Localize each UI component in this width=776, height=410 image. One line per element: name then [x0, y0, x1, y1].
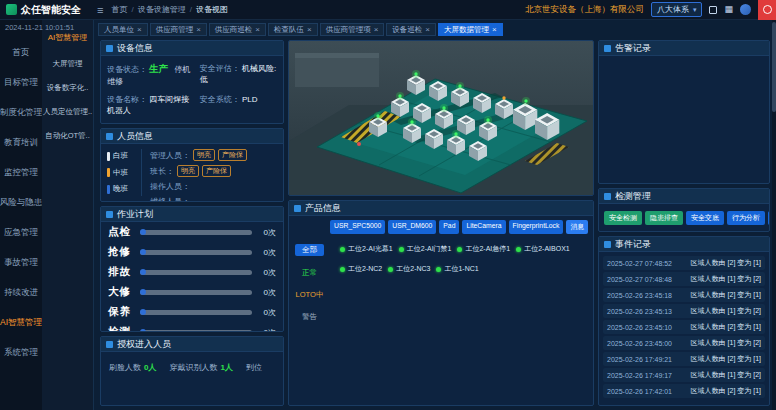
- app-logo-icon: [6, 4, 17, 15]
- breadcrumb: 首页 设备设施管理 设备视图: [111, 4, 227, 15]
- env-monitor-button[interactable]: 环境检测: [768, 211, 770, 225]
- device-item[interactable]: 工位2-AIBOX1: [516, 244, 570, 254]
- event-text: 区域人数由 [1] 变为 [2]: [691, 274, 761, 284]
- personnel-row-leader: 班长： 明亮 产险保: [150, 165, 277, 177]
- filter-warning[interactable]: 警告: [302, 312, 317, 322]
- tab-bigscreen-data[interactable]: 大屏数据管理: [438, 23, 503, 36]
- sidebar-item-ai-smart[interactable]: AI智慧管理: [0, 308, 42, 338]
- panel-header: 产品信息: [289, 201, 593, 216]
- system-select[interactable]: 八大体系: [651, 2, 703, 17]
- sidebar-item-home[interactable]: 首页: [0, 38, 42, 68]
- filter-loto[interactable]: LOTO中: [296, 290, 324, 300]
- close-tab-icon[interactable]: [255, 25, 260, 34]
- tab-bar: 人员单位 供应商管理 供应商巡检 检查队伍 供应商管理项 设备巡检 大屏数据管理: [98, 23, 503, 36]
- device-item[interactable]: 工位2-AI光幕1: [340, 244, 393, 254]
- hazard-check-button[interactable]: 隐患排查: [645, 211, 683, 225]
- status-dot-icon: [399, 247, 404, 252]
- close-tab-icon[interactable]: [425, 25, 430, 34]
- personnel-row-manager: 管理人员： 明亮 产险保: [150, 149, 277, 161]
- safety-brief-button[interactable]: 安全交底: [686, 211, 724, 225]
- sidebar-item-institution[interactable]: 制度化管理: [0, 98, 42, 128]
- event-row: 2025-02-26 17:49:17区域人数由 [1] 变为 [2]: [603, 368, 765, 382]
- fullscreen-icon[interactable]: [709, 6, 717, 14]
- panel-title: 检测管理: [615, 190, 651, 203]
- tab-device-inspect[interactable]: 设备巡检: [386, 23, 436, 36]
- sidebar-item-risk[interactable]: 风险与隐患: [0, 188, 42, 218]
- primary-sidebar: 首页 目标管理 制度化管理 教育培训 监控管理 风险与隐患 应急管理 事故管理 …: [0, 20, 42, 410]
- shift-middle[interactable]: 中班: [107, 168, 135, 178]
- device-label: 工位2-AI光幕1: [348, 244, 393, 254]
- close-tab-icon[interactable]: [137, 25, 142, 34]
- person-chip[interactable]: 明亮: [177, 165, 199, 177]
- device-btn-fingerprintlock[interactable]: FingerprintLock: [509, 220, 564, 234]
- plan-progress-bar: [140, 290, 252, 295]
- sidebar-item-improve[interactable]: 持续改进: [0, 278, 42, 308]
- panel-title: 事件记录: [615, 238, 651, 251]
- behavior-analysis-button[interactable]: 行为分析: [727, 211, 765, 225]
- close-tab-icon[interactable]: [307, 25, 312, 34]
- submenu-item-person-location[interactable]: 人员定位管理..: [42, 100, 93, 124]
- person-chip[interactable]: 产险保: [202, 165, 231, 177]
- device-btn-usr-spc5000[interactable]: USR_SPC5000: [330, 220, 385, 234]
- device-item[interactable]: 工位2-AI门禁1: [399, 244, 452, 254]
- plan-count: 0次: [258, 307, 276, 318]
- device-name-field: 设备名称： 四车间焊接机器人: [107, 94, 196, 116]
- event-time: 2025-02-26 23:45:10: [607, 324, 672, 331]
- plan-row: 保养 0次: [101, 302, 283, 322]
- apps-grid-icon[interactable]: ▦: [724, 5, 733, 14]
- breadcrumb-home[interactable]: 首页: [111, 4, 133, 15]
- sidebar-item-accident[interactable]: 事故管理: [0, 248, 42, 278]
- filter-normal[interactable]: 正常: [302, 268, 317, 278]
- tab-check-team[interactable]: 检查队伍: [268, 23, 318, 36]
- device-item[interactable]: 工位2-AI急停1: [457, 244, 510, 254]
- plan-label: 点检: [108, 225, 134, 239]
- panel-product-info: 产品信息 USR_SPC5000 USR_DM600 Pad LiteCamer…: [288, 200, 594, 406]
- field-label: 安全评估：: [200, 64, 240, 73]
- event-time: 2025-02-26 17:49:17: [607, 372, 672, 379]
- tab-supplier-items[interactable]: 供应商管理项: [320, 23, 385, 36]
- person-chip[interactable]: 产险保: [218, 149, 247, 161]
- tab-supplier-mgmt[interactable]: 供应商管理: [150, 23, 207, 36]
- sidebar-item-monitor[interactable]: 监控管理: [0, 158, 42, 188]
- avatar[interactable]: [740, 4, 751, 15]
- close-tab-icon[interactable]: [196, 25, 201, 34]
- panel-alarm-records: 告警记录: [598, 40, 770, 184]
- authorized-stats: 刷脸人数 0人 穿戴识别人数 1人 到位: [101, 352, 283, 383]
- collapse-sidebar-icon[interactable]: ≡: [97, 4, 103, 16]
- logout-button[interactable]: [758, 0, 776, 20]
- plan-row: 抢修 0次: [101, 242, 283, 262]
- tab-personnel-unit[interactable]: 人员单位: [98, 23, 148, 36]
- breadcrumb-section[interactable]: 设备设施管理: [138, 4, 192, 15]
- submenu-item-device-digital[interactable]: 设备数字化..: [42, 76, 93, 100]
- tab-supplier-inspect[interactable]: 供应商巡检: [209, 23, 266, 36]
- stat-face-count: 刷脸人数 0人: [109, 362, 156, 373]
- page-scrollbar[interactable]: [772, 20, 776, 410]
- sidebar-item-education[interactable]: 教育培训: [0, 128, 42, 158]
- submenu-item-bigscreen[interactable]: 大屏管理: [42, 52, 93, 76]
- close-tab-icon[interactable]: [492, 25, 497, 34]
- person-chip[interactable]: 明亮: [193, 149, 215, 161]
- device-btn-pad[interactable]: Pad: [439, 220, 459, 234]
- factory-3d-view[interactable]: [288, 40, 594, 196]
- device-item[interactable]: 工位1-NC1: [436, 264, 478, 274]
- device-label: 工位2-AI急停1: [465, 244, 510, 254]
- device-item[interactable]: 工位2-NC2: [340, 264, 382, 274]
- panel-grid-icon: [604, 241, 611, 248]
- device-btn-usr-dm600[interactable]: USR_DM600: [388, 220, 436, 234]
- shift-night[interactable]: 晚班: [107, 184, 135, 194]
- message-button[interactable]: 消息: [566, 220, 588, 234]
- sidebar-item-emergency[interactable]: 应急管理: [0, 218, 42, 248]
- stat-label: 刷脸人数: [109, 362, 141, 373]
- sidebar-item-system[interactable]: 系统管理: [0, 338, 42, 368]
- detection-buttons: 安全检测 隐患排查 安全交底 行为分析 环境检测: [599, 204, 769, 232]
- scrollbar-thumb[interactable]: [772, 22, 776, 112]
- sidebar-item-target[interactable]: 目标管理: [0, 68, 42, 98]
- close-tab-icon[interactable]: [374, 25, 379, 34]
- device-btn-litecamera[interactable]: LiteCamera: [462, 220, 505, 234]
- device-item[interactable]: 工位2-NC3: [388, 264, 430, 274]
- filter-all[interactable]: 全部: [295, 244, 324, 256]
- submenu-item-ot-auto[interactable]: 自动化OT管..: [42, 124, 93, 148]
- plan-row: 检测 0次: [101, 322, 283, 332]
- safety-check-button[interactable]: 安全检测: [604, 211, 642, 225]
- shift-day[interactable]: 白班: [107, 151, 135, 161]
